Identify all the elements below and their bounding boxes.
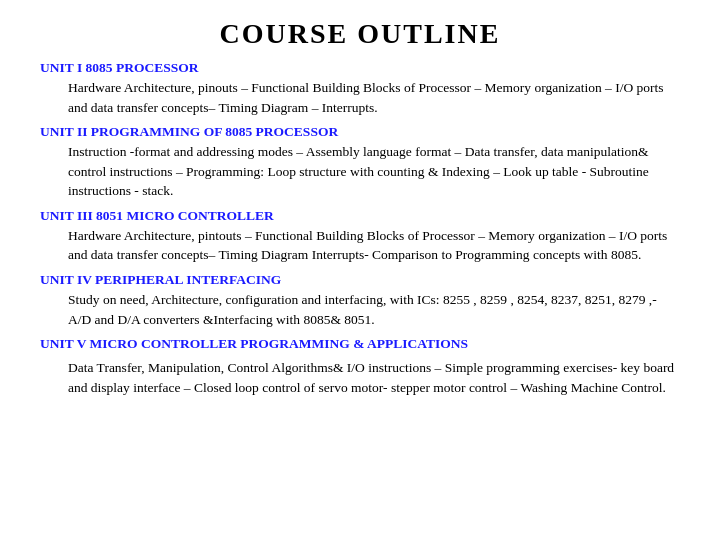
unit-1-body: Hardware Architecture, pinouts – Functio… [68,78,680,117]
unit-2-body: Instruction -format and addressing modes… [68,142,680,201]
unit-3-body: Hardware Architecture, pintouts – Functi… [68,226,680,265]
page-title: COURSE OUTLINE [40,18,680,50]
unit-1-heading: UNIT I 8085 PROCESSOR [40,60,680,76]
unit-2-heading: UNIT II PROGRAMMING OF 8085 PROCESSOR [40,124,680,140]
page: COURSE OUTLINE UNIT I 8085 PROCESSOR Har… [0,0,720,540]
unit-4-heading: UNIT IV PERIPHERAL INTERFACING [40,272,680,288]
unit-5-body: Data Transfer, Manipulation, Control Alg… [68,358,680,397]
unit-4-body: Study on need, Architecture, configurati… [68,290,680,329]
unit-3-heading: UNIT III 8051 MICRO CONTROLLER [40,208,680,224]
unit-5-heading: UNIT V MICRO CONTROLLER PROGRAMMING & AP… [40,336,680,352]
